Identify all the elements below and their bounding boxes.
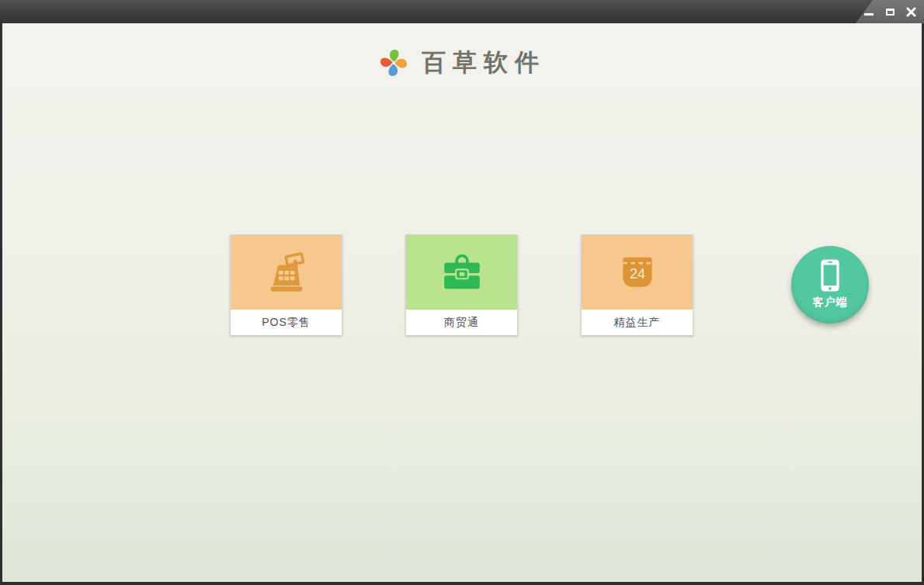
smartphone-icon [819,258,841,293]
window-titlebar [0,0,924,23]
tile-icon-area: 24 [582,235,693,310]
client-button[interactable]: 客户端 [791,246,869,324]
pinwheel-logo-icon [378,47,409,78]
client-button-label: 客户端 [813,296,848,310]
minimize-icon [864,13,874,16]
cash-register-icon [264,250,309,295]
tile-icon-area [231,235,342,310]
window-controls [856,0,924,23]
app-title: 百草软件 [422,47,546,79]
maximize-button[interactable] [883,5,897,19]
tile-icon-area [406,235,517,310]
product-tile-pos[interactable]: POS零售 [230,234,342,335]
close-button[interactable] [904,5,918,19]
calendar-day-number: 24 [629,266,644,282]
tile-label: POS零售 [231,310,342,335]
maximize-icon [886,9,894,16]
calendar-icon: 24 [617,251,658,293]
tile-label: 精益生产 [582,310,693,335]
product-tile-trade[interactable]: 商贸通 [405,234,518,335]
main-content: 百草软件 POS零售 [2,23,922,582]
tile-label: 商贸通 [406,310,517,335]
minimize-button[interactable] [862,5,876,19]
briefcase-icon [441,251,483,293]
brand-header: 百草软件 [2,45,922,81]
close-icon [906,7,916,17]
product-tile-lean[interactable]: 24 精益生产 [581,234,693,335]
